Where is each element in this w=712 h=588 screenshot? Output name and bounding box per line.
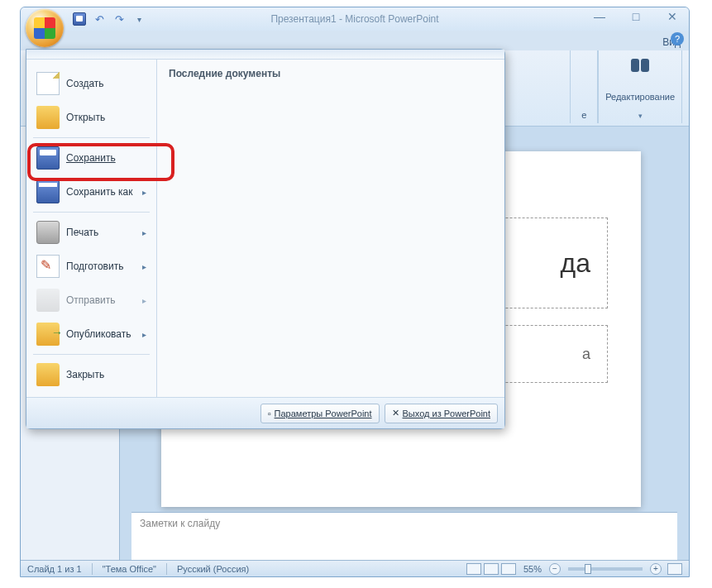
office-menu-commands: Создать Открыть Сохранить Сохранить как …	[26, 60, 157, 397]
zoom-slider[interactable]	[568, 567, 643, 571]
menu-send[interactable]: Отправить ▸	[31, 284, 151, 317]
menu-publish[interactable]: Опубликовать ▸	[31, 318, 151, 351]
theme-name: "Тема Office"	[103, 564, 156, 574]
ribbon-group-partial: е	[570, 50, 598, 123]
save-icon	[36, 146, 60, 170]
qat-undo-button[interactable]: ↶	[90, 10, 108, 28]
new-icon	[36, 72, 60, 95]
publish-icon	[36, 323, 60, 346]
maximize-button[interactable]: □	[626, 9, 646, 24]
menu-open[interactable]: Открыть	[31, 101, 151, 134]
office-logo-icon	[34, 17, 55, 39]
chevron-right-icon: ▸	[142, 330, 146, 339]
qat-redo-button[interactable]: ↷	[110, 10, 128, 28]
chevron-right-icon: ▸	[142, 262, 146, 271]
binoculars-icon	[628, 59, 652, 82]
qat-customize-button[interactable]: ▾	[130, 10, 148, 28]
quick-access-toolbar: ↶ ↷ ▾	[70, 10, 148, 28]
save-icon	[73, 12, 86, 26]
menu-print[interactable]: Печать ▸	[31, 216, 151, 249]
zoom-in-button[interactable]: +	[650, 563, 662, 575]
menu-save[interactable]: Сохранить	[31, 141, 151, 174]
zoom-thumb[interactable]	[585, 564, 591, 574]
close-icon	[36, 363, 60, 386]
help-icon[interactable]: ?	[671, 32, 684, 45]
powerpoint-options-button[interactable]: ▫ Параметры PowerPoint	[260, 404, 380, 423]
office-menu: Создать Открыть Сохранить Сохранить как …	[26, 49, 505, 429]
prepare-icon	[36, 255, 60, 278]
menu-new[interactable]: Создать	[31, 67, 151, 100]
office-button[interactable]	[26, 9, 64, 47]
open-icon	[36, 106, 60, 129]
menu-close[interactable]: Закрыть	[31, 358, 151, 391]
print-icon	[36, 221, 60, 244]
notes-pane[interactable]: Заметки к слайду	[131, 512, 677, 560]
menu-prepare[interactable]: Подготовить ▸	[31, 250, 151, 283]
slide-counter: Слайд 1 из 1	[27, 564, 82, 574]
dropdown-arrow-icon: ▾	[638, 112, 643, 120]
zoom-out-button[interactable]: −	[549, 563, 561, 575]
options-icon: ▫	[268, 409, 271, 418]
minimize-button[interactable]: —	[590, 9, 609, 24]
ribbon-group-editing[interactable]: Редактирование ▾	[598, 50, 682, 123]
ribbon-tabs: Вид ?	[21, 31, 689, 50]
save-as-icon	[36, 180, 60, 203]
office-menu-footer: ▫ Параметры PowerPoint ✕ Выход из PowerP…	[26, 397, 504, 428]
app-window: ↶ ↷ ▾ Презентация1 - Microsoft PowerPoin…	[20, 7, 690, 577]
recent-documents-heading: Последние документы	[169, 68, 493, 79]
zoom-level: 55%	[523, 564, 542, 574]
exit-icon: ✕	[392, 408, 399, 418]
ribbon-group-label: Редактирование	[605, 92, 675, 102]
window-title: Презентация1 - Microsoft PowerPoint	[270, 13, 438, 25]
send-icon	[36, 289, 60, 312]
chevron-right-icon: ▸	[142, 188, 146, 197]
recent-documents-panel: Последние документы	[157, 60, 504, 397]
chevron-right-icon: ▸	[142, 296, 146, 305]
close-window-button[interactable]: ✕	[662, 9, 682, 24]
statusbar: Слайд 1 из 1 "Тема Office" Русский (Росс…	[21, 560, 689, 576]
view-normal-button[interactable]	[466, 563, 481, 575]
window-controls: — □ ✕	[590, 9, 682, 24]
titlebar: ↶ ↷ ▾ Презентация1 - Microsoft PowerPoin…	[21, 7, 689, 31]
menu-save-as[interactable]: Сохранить как ▸	[31, 175, 151, 208]
fit-to-window-button[interactable]	[667, 563, 682, 575]
exit-powerpoint-button[interactable]: ✕ Выход из PowerPoint	[385, 404, 498, 423]
qat-save-button[interactable]	[70, 10, 88, 28]
view-slideshow-button[interactable]	[501, 563, 516, 575]
chevron-right-icon: ▸	[142, 228, 146, 237]
view-sorter-button[interactable]	[484, 563, 499, 575]
language-indicator[interactable]: Русский (Россия)	[177, 564, 249, 574]
